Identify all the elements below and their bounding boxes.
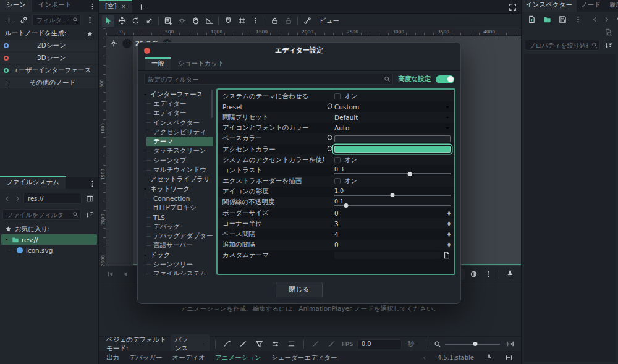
setting-row-accent-color[interactable]: アクセントカラー: [218, 144, 454, 154]
center-view-icon[interactable]: [109, 38, 119, 48]
version-label[interactable]: 4.5.1.stable: [438, 354, 474, 361]
checkbox-icon[interactable]: [334, 178, 341, 184]
chevron-down-icon[interactable]: [4, 237, 9, 242]
tab-history[interactable]: 履歴: [605, 0, 618, 12]
track-settings-icon[interactable]: [269, 338, 282, 350]
tree-item-inspector[interactable]: インスペクター: [146, 118, 213, 127]
tab-node[interactable]: ノード: [577, 0, 605, 12]
tab-animation[interactable]: アニメーション: [215, 353, 261, 362]
tree-item-scene-tabs[interactable]: シーンタブ: [146, 156, 213, 165]
close-dialog-button[interactable]: 閉じる: [276, 282, 323, 297]
timeline-zoom-slider[interactable]: [445, 344, 500, 345]
tree-item-debug[interactable]: デバッグ: [146, 222, 213, 231]
scene-dock-menu-icon[interactable]: [86, 1, 98, 12]
relationship-opacity-slider[interactable]: 0.1: [334, 198, 451, 206]
setting-row-contrast[interactable]: コントラスト 0.3: [218, 165, 454, 176]
create-other-node-button[interactable]: その他のノード: [0, 77, 98, 88]
base-color-swatch[interactable]: [334, 135, 451, 142]
setting-row-icon-saturation[interactable]: アイコンの彩度 1.0: [218, 187, 454, 197]
setting-row-border-size[interactable]: ボーダーサイズ 0▲▼: [218, 208, 454, 218]
revert-icon[interactable]: [326, 103, 333, 109]
create-3d-scene-button[interactable]: 3Dシーン: [0, 53, 98, 64]
add-node-button[interactable]: [2, 14, 15, 26]
setting-row-relationship-line-opacity[interactable]: 関係線の不透明度 0.1: [218, 197, 454, 208]
unlock-node-icon[interactable]: [282, 15, 294, 27]
setting-row-use-system-accent[interactable]: システムのアクセントカラーを使用 オン: [218, 154, 454, 165]
nav-forward-icon[interactable]: [13, 192, 22, 205]
track-list-icon[interactable]: [286, 338, 298, 350]
tree-item-scene-tree[interactable]: シーンツリー: [146, 260, 213, 269]
border-size-spinbox[interactable]: 0▲▼: [334, 210, 451, 217]
instance-scene-button[interactable]: [17, 14, 30, 26]
tree-scrollbar[interactable]: [211, 90, 213, 118]
corner-radius-spinbox[interactable]: 3▲▼: [334, 220, 451, 227]
filesystem-root-item[interactable]: res://: [1, 234, 97, 245]
view-menu-button[interactable]: ビュー: [315, 17, 344, 25]
lock-node-icon[interactable]: [268, 15, 281, 27]
bezier-selected-icon[interactable]: [237, 338, 250, 350]
history-forward-icon[interactable]: [602, 13, 611, 25]
tree-item-accessibility[interactable]: アクセシビリティ: [146, 127, 213, 137]
setting-row-additional-spacing[interactable]: 追加の間隔 0▲▼: [218, 240, 454, 250]
file-sort-icon[interactable]: [83, 208, 96, 221]
snap-timeline-icon[interactable]: [504, 338, 516, 350]
tree-item-network[interactable]: ネットワーク: [143, 184, 213, 193]
snap-unit-dropdown[interactable]: 秒: [405, 340, 423, 349]
icon-font-color-dropdown[interactable]: Auto: [334, 124, 451, 132]
scene-tab-empty[interactable]: [空] ✕: [99, 0, 132, 13]
create-2d-scene-button[interactable]: 2Dシーン: [0, 40, 98, 51]
setting-row-spacing-preset[interactable]: 間隔プリセット Default: [218, 112, 454, 122]
filesystem-path-input[interactable]: [23, 193, 82, 204]
file-picker-icon[interactable]: [443, 252, 451, 259]
tab-import[interactable]: インポート: [32, 0, 77, 12]
pivot-tool-icon[interactable]: [176, 15, 188, 27]
setting-row-base-color[interactable]: ベースカラー: [218, 133, 454, 144]
animation-menu-icon[interactable]: [482, 268, 494, 281]
tree-item-theme[interactable]: テーマ: [146, 137, 213, 146]
tree-item-connection[interactable]: Connection: [146, 193, 213, 203]
tab-scene[interactable]: シーン: [0, 0, 32, 12]
setting-row-preset[interactable]: Preset Custom: [218, 101, 454, 112]
filesystem-menu-icon[interactable]: [86, 178, 98, 189]
tab-inspector[interactable]: インスペクター: [522, 0, 577, 12]
ruler-tool-icon[interactable]: [203, 15, 215, 27]
setting-row-custom-theme[interactable]: カスタムテーマ: [218, 250, 454, 261]
scale-tool-icon[interactable]: [143, 15, 155, 27]
dialog-tab-general[interactable]: 一般: [145, 57, 171, 70]
favorites-star-icon[interactable]: [87, 30, 93, 37]
setting-row-icon-font-color[interactable]: アイコンとフォントのカラー Auto: [218, 123, 454, 133]
load-resource-icon[interactable]: [541, 13, 553, 25]
filesystem-filter-input[interactable]: [2, 209, 81, 220]
property-sort-icon[interactable]: [603, 39, 615, 51]
setting-row-follow-system-theme[interactable]: システムのテーマに合わせる オン: [218, 91, 454, 101]
fps-label[interactable]: FPS: [342, 341, 353, 347]
checkbox-icon[interactable]: [334, 93, 341, 99]
history-back-icon[interactable]: [590, 13, 599, 25]
setting-row-base-spacing[interactable]: ベース間隔 4▲▼: [218, 229, 454, 239]
tree-item-interface[interactable]: インターフェース: [143, 90, 213, 99]
tab-filesystem[interactable]: ファイルシステム: [0, 176, 66, 189]
pin-panel-icon[interactable]: [504, 268, 516, 281]
tab-output[interactable]: 出力: [106, 353, 119, 362]
base-spacing-spinbox[interactable]: 4▲▼: [334, 231, 451, 238]
onion-skinning-icon[interactable]: [467, 268, 480, 281]
tab-audio[interactable]: オーディオ: [172, 353, 205, 362]
tree-item-asset-library[interactable]: アセットライブラリ: [143, 175, 213, 184]
setting-row-corner-radius[interactable]: コーナー半径 3▲▼: [218, 218, 454, 229]
in-tangent-icon[interactable]: [310, 338, 322, 350]
bezier-curve-icon[interactable]: [221, 338, 234, 350]
tab-shader-editor[interactable]: シェーダーエディター: [271, 353, 337, 362]
additional-spacing-spinbox[interactable]: 0▲▼: [334, 241, 451, 248]
close-tab-icon[interactable]: ✕: [121, 3, 126, 10]
property-filter-input[interactable]: [525, 40, 600, 51]
window-close-dot[interactable]: [144, 48, 150, 54]
skeleton-options-icon[interactable]: [301, 15, 313, 27]
contrast-slider[interactable]: 0.3: [334, 166, 451, 174]
list-select-tool-icon[interactable]: [162, 15, 174, 27]
custom-theme-field[interactable]: [334, 252, 440, 259]
revert-icon[interactable]: [326, 145, 333, 152]
move-tool-icon[interactable]: [116, 15, 128, 27]
tree-item-multi-window[interactable]: マルチウィンドウ: [146, 165, 213, 174]
new-resource-icon[interactable]: [525, 13, 538, 25]
setting-row-draw-extra-borders[interactable]: エクストラボーダーを描画 オン: [218, 176, 454, 187]
